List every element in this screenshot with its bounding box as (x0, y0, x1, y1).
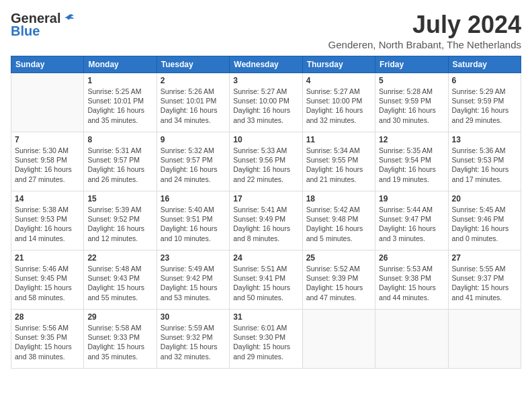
calendar-table: SundayMondayTuesdayWednesdayThursdayFrid… (11, 56, 521, 369)
day-number: 2 (161, 76, 226, 85)
day-number: 13 (452, 135, 517, 144)
calendar-cell: 16Sunrise: 5:40 AMSunset: 9:51 PMDayligh… (157, 191, 229, 250)
column-header-thursday: Thursday (302, 56, 375, 73)
day-number: 11 (306, 135, 371, 144)
day-info: Sunrise: 5:48 AMSunset: 9:43 PMDaylight:… (87, 264, 152, 302)
day-number: 9 (161, 135, 226, 144)
day-info: Sunrise: 5:55 AMSunset: 9:37 PMDaylight:… (452, 264, 517, 302)
column-header-wednesday: Wednesday (230, 56, 302, 73)
title-block: July 2024 Genderen, North Brabant, The N… (328, 11, 521, 50)
day-number: 6 (452, 76, 517, 85)
day-number: 27 (452, 253, 517, 263)
logo-blue-text: Blue (11, 24, 40, 39)
day-info: Sunrise: 5:31 AMSunset: 9:57 PMDaylight:… (87, 146, 152, 184)
column-header-sunday: Sunday (11, 56, 84, 73)
day-number: 5 (379, 76, 444, 85)
calendar-cell (448, 310, 521, 369)
day-info: Sunrise: 5:51 AMSunset: 9:41 PMDaylight:… (233, 264, 298, 302)
calendar-cell (302, 310, 375, 369)
calendar-cell: 23Sunrise: 5:49 AMSunset: 9:42 PMDayligh… (157, 250, 229, 310)
logo: General Blue (11, 11, 75, 39)
logo-bird-icon (62, 12, 75, 26)
day-info: Sunrise: 5:52 AMSunset: 9:39 PMDaylight:… (306, 264, 371, 302)
day-number: 3 (233, 76, 298, 85)
calendar-cell: 26Sunrise: 5:53 AMSunset: 9:38 PMDayligh… (375, 250, 448, 310)
week-row-1: 1Sunrise: 5:25 AMSunset: 10:01 PMDayligh… (11, 73, 521, 132)
calendar-cell: 29Sunrise: 5:58 AMSunset: 9:33 PMDayligh… (84, 310, 157, 369)
day-info: Sunrise: 5:34 AMSunset: 9:55 PMDaylight:… (306, 146, 371, 184)
calendar-cell: 1Sunrise: 5:25 AMSunset: 10:01 PMDayligh… (84, 73, 157, 132)
day-number: 21 (15, 253, 80, 263)
day-number: 19 (379, 194, 444, 203)
day-number: 18 (306, 194, 371, 203)
day-info: Sunrise: 5:33 AMSunset: 9:56 PMDaylight:… (233, 146, 298, 184)
calendar-cell: 6Sunrise: 5:29 AMSunset: 9:59 PMDaylight… (448, 73, 521, 132)
calendar-cell: 14Sunrise: 5:38 AMSunset: 9:53 PMDayligh… (11, 191, 84, 250)
calendar-cell: 8Sunrise: 5:31 AMSunset: 9:57 PMDaylight… (84, 132, 157, 191)
day-number: 30 (161, 312, 226, 322)
month-year-title: July 2024 (328, 11, 521, 39)
day-info: Sunrise: 5:35 AMSunset: 9:54 PMDaylight:… (379, 146, 444, 184)
day-info: Sunrise: 5:45 AMSunset: 9:46 PMDaylight:… (452, 205, 517, 243)
calendar-cell: 17Sunrise: 5:41 AMSunset: 9:49 PMDayligh… (230, 191, 302, 250)
column-header-monday: Monday (84, 56, 157, 73)
day-info: Sunrise: 5:42 AMSunset: 9:48 PMDaylight:… (306, 205, 371, 243)
day-info: Sunrise: 5:56 AMSunset: 9:35 PMDaylight:… (15, 323, 80, 361)
calendar-cell: 2Sunrise: 5:26 AMSunset: 10:01 PMDayligh… (157, 73, 229, 132)
calendar-cell: 15Sunrise: 5:39 AMSunset: 9:52 PMDayligh… (84, 191, 157, 250)
calendar-cell: 30Sunrise: 5:59 AMSunset: 9:32 PMDayligh… (157, 310, 229, 369)
day-number: 25 (306, 253, 371, 263)
day-number: 15 (87, 194, 152, 203)
calendar-cell: 22Sunrise: 5:48 AMSunset: 9:43 PMDayligh… (84, 250, 157, 310)
day-info: Sunrise: 5:32 AMSunset: 9:57 PMDaylight:… (161, 146, 226, 184)
calendar-cell: 11Sunrise: 5:34 AMSunset: 9:55 PMDayligh… (302, 132, 375, 191)
day-info: Sunrise: 5:53 AMSunset: 9:38 PMDaylight:… (379, 264, 444, 302)
day-number: 4 (306, 76, 371, 85)
calendar-cell: 7Sunrise: 5:30 AMSunset: 9:58 PMDaylight… (11, 132, 84, 191)
calendar-cell: 24Sunrise: 5:51 AMSunset: 9:41 PMDayligh… (230, 250, 302, 310)
calendar-cell: 21Sunrise: 5:46 AMSunset: 9:45 PMDayligh… (11, 250, 84, 310)
day-info: Sunrise: 5:38 AMSunset: 9:53 PMDaylight:… (15, 205, 80, 243)
day-number: 29 (87, 312, 152, 322)
day-number: 31 (233, 312, 298, 322)
day-number: 10 (233, 135, 298, 144)
day-info: Sunrise: 5:41 AMSunset: 9:49 PMDaylight:… (233, 205, 298, 243)
day-number: 20 (452, 194, 517, 203)
day-number: 22 (87, 253, 152, 263)
day-info: Sunrise: 5:28 AMSunset: 9:59 PMDaylight:… (379, 87, 444, 125)
day-number: 23 (161, 253, 226, 263)
day-number: 24 (233, 253, 298, 263)
calendar-cell: 18Sunrise: 5:42 AMSunset: 9:48 PMDayligh… (302, 191, 375, 250)
week-row-2: 7Sunrise: 5:30 AMSunset: 9:58 PMDaylight… (11, 132, 521, 191)
day-info: Sunrise: 5:40 AMSunset: 9:51 PMDaylight:… (161, 205, 226, 243)
day-number: 16 (161, 194, 226, 203)
day-info: Sunrise: 5:44 AMSunset: 9:47 PMDaylight:… (379, 205, 444, 243)
column-header-tuesday: Tuesday (157, 56, 229, 73)
day-number: 26 (379, 253, 444, 263)
day-info: Sunrise: 5:58 AMSunset: 9:33 PMDaylight:… (87, 323, 152, 361)
day-number: 7 (15, 135, 80, 144)
day-info: Sunrise: 5:49 AMSunset: 9:42 PMDaylight:… (161, 264, 226, 302)
day-info: Sunrise: 5:27 AMSunset: 10:00 PMDaylight… (306, 87, 371, 125)
day-info: Sunrise: 5:26 AMSunset: 10:01 PMDaylight… (161, 87, 226, 125)
day-info: Sunrise: 5:46 AMSunset: 9:45 PMDaylight:… (15, 264, 80, 302)
week-row-4: 21Sunrise: 5:46 AMSunset: 9:45 PMDayligh… (11, 250, 521, 310)
calendar-cell (11, 73, 84, 132)
calendar-cell: 3Sunrise: 5:27 AMSunset: 10:00 PMDayligh… (230, 73, 302, 132)
day-number: 12 (379, 135, 444, 144)
calendar-cell: 10Sunrise: 5:33 AMSunset: 9:56 PMDayligh… (230, 132, 302, 191)
page-header: General Blue July 2024 Genderen, North B… (11, 11, 521, 50)
day-info: Sunrise: 6:01 AMSunset: 9:30 PMDaylight:… (233, 323, 298, 361)
calendar-cell: 4Sunrise: 5:27 AMSunset: 10:00 PMDayligh… (302, 73, 375, 132)
day-info: Sunrise: 5:29 AMSunset: 9:59 PMDaylight:… (452, 87, 517, 125)
calendar-cell: 25Sunrise: 5:52 AMSunset: 9:39 PMDayligh… (302, 250, 375, 310)
week-row-5: 28Sunrise: 5:56 AMSunset: 9:35 PMDayligh… (11, 310, 521, 369)
day-info: Sunrise: 5:39 AMSunset: 9:52 PMDaylight:… (87, 205, 152, 243)
calendar-cell: 19Sunrise: 5:44 AMSunset: 9:47 PMDayligh… (375, 191, 448, 250)
day-number: 17 (233, 194, 298, 203)
column-header-friday: Friday (375, 56, 448, 73)
calendar-cell: 5Sunrise: 5:28 AMSunset: 9:59 PMDaylight… (375, 73, 448, 132)
calendar-cell: 20Sunrise: 5:45 AMSunset: 9:46 PMDayligh… (448, 191, 521, 250)
calendar-cell: 27Sunrise: 5:55 AMSunset: 9:37 PMDayligh… (448, 250, 521, 310)
day-number: 1 (87, 76, 152, 85)
